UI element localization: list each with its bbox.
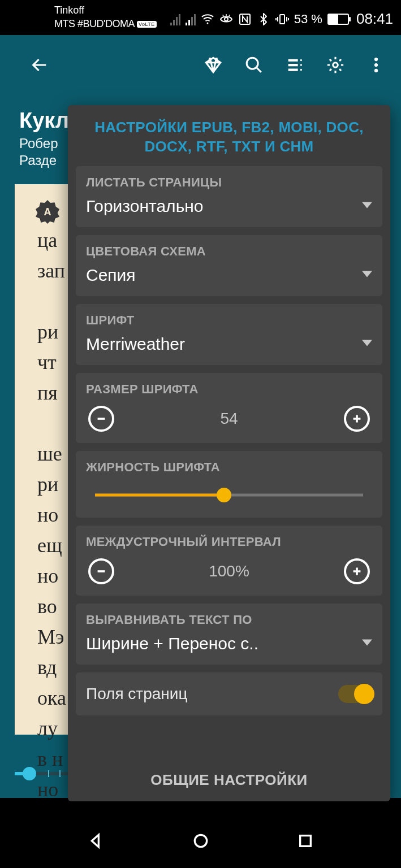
panel-title: НАСТРОЙКИ EPUB, FB2, MOBI, DOC, DOCX, RT… [68,105,390,166]
line-spacing-value: 100% [209,562,249,580]
wifi-icon [201,12,214,26]
svg-point-8 [333,63,338,68]
book-section: Разде [19,153,57,168]
svg-rect-13 [300,836,311,847]
back-button[interactable] [19,55,60,75]
paging-setting[interactable]: ЛИСТАТЬ СТРАНИЦЫ Горизонтально [76,166,382,227]
contents-button[interactable] [274,55,315,75]
svg-point-4 [247,58,258,69]
overflow-button[interactable] [356,55,396,75]
nav-home[interactable] [192,832,210,852]
svg-point-6 [300,64,302,66]
color-scheme-value: Сепия [86,266,136,285]
svg-point-10 [374,63,378,67]
status-right: 53 % 08:41 [170,10,393,28]
carrier-1: Tinkoff [54,5,84,16]
font-size-value: 54 [220,410,238,428]
status-bar: Tinkoff MTS #BUD'DOMAVoLTE 53 % 08:41 [0,0,401,35]
nfc-icon [238,12,252,26]
text-align-setting[interactable]: ВЫРАВНИВАТЬ ТЕКСТ ПО Ширине + Перенос с.… [76,604,382,665]
paging-value: Горизонтально [86,197,204,216]
font-setting[interactable]: ШРИФТ Merriweather [76,304,382,365]
svg-rect-3 [280,15,284,24]
color-scheme-label: ЦВЕТОВАЯ СХЕМА [86,244,372,259]
nav-bar [0,816,401,868]
font-size-decrease[interactable] [88,406,114,432]
line-spacing-decrease[interactable] [88,558,114,584]
eye-icon [219,12,233,26]
nav-recent[interactable] [296,832,314,852]
line-spacing-increase[interactable] [344,558,370,584]
signal-1-icon [170,13,180,25]
font-value: Merriweather [86,335,185,354]
svg-point-1 [225,18,228,21]
reader-settings-panel: НАСТРОЙКИ EPUB, FB2, MOBI, DOC, DOCX, RT… [68,105,390,801]
svg-point-12 [195,835,206,847]
clock: 08:41 [356,10,393,28]
text-align-label: ВЫРАВНИВАТЬ ТЕКСТ ПО [86,613,372,627]
bluetooth-icon [257,12,270,26]
font-size-label: РАЗМЕР ШРИФТА [86,382,372,397]
battery-icon [327,14,349,25]
svg-point-9 [374,58,378,61]
progress-thumb[interactable] [23,767,36,780]
line-spacing-label: МЕЖДУСТРОЧНЫЙ ИНТЕРВАЛ [86,535,372,549]
vibrate-icon [275,12,289,26]
dropdown-icon [362,338,372,350]
page-margins-label: Поля страниц [86,685,187,703]
premium-button[interactable] [193,55,234,75]
nav-back[interactable] [87,832,105,852]
dropdown-icon [362,269,372,281]
font-size-increase[interactable] [344,406,370,432]
font-weight-slider[interactable] [95,488,363,502]
search-button[interactable] [234,55,274,75]
dropdown-icon [362,200,372,212]
svg-point-5 [300,59,302,61]
svg-point-11 [374,69,378,72]
line-spacing-setting: МЕЖДУСТРОЧНЫЙ ИНТЕРВАЛ 100% [76,526,382,596]
font-weight-setting: ЖИРНОСТЬ ШРИФТА [76,451,382,518]
slider-thumb[interactable] [217,488,231,502]
font-size-setting: РАЗМЕР ШРИФТА 54 [76,373,382,443]
svg-point-7 [300,69,302,71]
signal-2-icon [186,13,196,25]
page-margins-toggle[interactable] [338,685,372,703]
font-weight-label: ЖИРНОСТЬ ШРИФТА [86,460,372,475]
paging-label: ЛИСТАТЬ СТРАНИЦЫ [86,175,372,190]
battery-percent: 53 % [294,12,322,27]
book-title: Кукл [19,108,69,133]
auto-badge[interactable]: A [36,200,59,224]
book-author: Робер [19,136,58,151]
svg-point-0 [206,22,208,24]
dropdown-icon [362,637,372,650]
page-margins-setting[interactable]: Поля страниц [76,672,382,715]
text-align-value: Ширине + Перенос с.. [86,634,258,653]
settings-button[interactable] [315,55,356,75]
volte-badge: VoLTE [137,21,157,28]
carrier-2: MTS #BUD'DOMAVoLTE [54,18,157,30]
general-settings-button[interactable]: ОБЩИЕ НАСТРОЙКИ [68,759,390,801]
font-label: ШРИФТ [86,313,372,328]
toolbar [0,35,401,95]
color-scheme-setting[interactable]: ЦВЕТОВАЯ СХЕМА Сепия [76,235,382,296]
